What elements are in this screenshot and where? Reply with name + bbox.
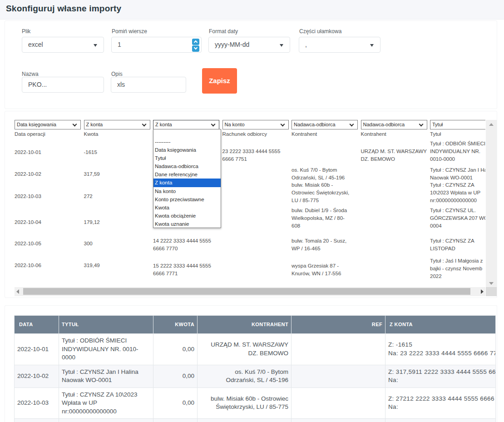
results-cell-ref xyxy=(292,419,385,422)
mapping-panel: Data księgowaniaZ kontaZ kontaNa kontoNa… xyxy=(5,111,497,298)
chevron-down-icon xyxy=(350,122,354,127)
mapping-cell-line: 10\2023 Wpłata w UP xyxy=(430,189,480,196)
results-header-data: DATA xyxy=(15,316,59,334)
dropdown-option[interactable]: Nadawca-odbiorca xyxy=(153,162,221,170)
mapping-cell-line: 0010-0000 xyxy=(430,156,455,162)
plik-select[interactable]: excel xyxy=(22,37,104,53)
mapping-cell-line: Tytuł : ODBIÓR ŚMIECI xyxy=(430,140,485,147)
mapping-cell-line: Wielkopolska, MZ / 80- xyxy=(292,215,345,221)
mapping-cell-line: 14 2222 3333 4444 5555 xyxy=(153,238,211,244)
column-mapping-select-2[interactable]: Z konta xyxy=(84,120,150,129)
column-mapping-select-7[interactable]: Tytuł xyxy=(430,120,485,129)
column-mapping-select-5[interactable]: Nadawca-odbiorca xyxy=(292,120,358,129)
scroll-down-arrow-icon[interactable] xyxy=(489,282,494,285)
results-row: 2022-10-01Tytuł : ODBIÓR ŚMIECI INDYWIDU… xyxy=(15,334,496,365)
mapping-cell-line: Knurów, WN / 17-556 xyxy=(292,270,341,277)
opis-input[interactable]: xls xyxy=(111,77,186,93)
mapping-subheader: Kontrahent xyxy=(361,131,386,137)
mapping-cell-line: 6666 7751 xyxy=(222,156,247,162)
column-mapping-select-1[interactable]: Data księgowania xyxy=(15,120,81,129)
mapping-cell-line: LU / 85-775 xyxy=(292,197,319,204)
pomin-wiersze-input[interactable]: 1 xyxy=(111,37,202,53)
mapping-cell-line: WP / 16-465 xyxy=(292,245,321,252)
mapping-cell-date: 2022-10-03 xyxy=(15,193,41,199)
mapping-cell-line: 15 2222 3333 4444 5555 xyxy=(153,263,211,269)
results-table: DATATYTUŁKWOTAKONTRAHENTREFZ KONTA 2022-… xyxy=(14,315,496,422)
results-cell-z_konta: Z: 317,5911 2222 3333 4444 5555 66Na: xyxy=(385,365,496,387)
dropdown-option[interactable]: Kwota uznanie xyxy=(153,220,221,228)
dropdown-option[interactable]: Z konta xyxy=(153,179,221,187)
results-header-tytul: TYTUŁ xyxy=(59,316,153,334)
column-mapping-select-value: Data księgowania xyxy=(17,122,56,127)
mapping-subheader: Tytuł xyxy=(430,131,441,137)
column-mapping-select-value: Z konta xyxy=(155,122,172,127)
nazwa-input[interactable]: PKO... xyxy=(22,77,104,93)
results-cell-tytul: Tytuł : CZYNSZ ZA 10\2023 Wpłata w UP nr… xyxy=(59,387,153,419)
stepper-up-button[interactable] xyxy=(192,39,199,45)
mapping-cell-line: 608 xyxy=(292,223,300,229)
mapping-subheader: Data operacji xyxy=(15,131,45,137)
horizontal-scrollbar[interactable] xyxy=(15,287,485,296)
mapping-cell-line: LISTOPAD xyxy=(430,245,455,252)
stepper-down-button[interactable] xyxy=(192,45,199,52)
chevron-down-icon xyxy=(193,46,197,50)
nazwa-label: Nazwa xyxy=(22,71,39,77)
results-cell-z_konta xyxy=(385,419,496,422)
column-mapping-select-3[interactable]: Z konta xyxy=(153,120,219,129)
mapping-cell-kwota: 272 xyxy=(84,193,93,199)
scroll-up-arrow-icon[interactable] xyxy=(489,123,494,126)
mapping-cell-kwota: 319,49 xyxy=(84,262,100,268)
format-daty-select[interactable]: yyyy-MM-dd xyxy=(208,37,290,53)
results-cell-kwota xyxy=(153,419,198,422)
dropdown-option[interactable]: Konto przeciwstawne xyxy=(153,195,221,204)
dropdown-option[interactable] xyxy=(153,129,221,138)
mapping-cell-kwota: 317,59 xyxy=(84,171,100,177)
column-mapping-select-6[interactable]: Nadawca-odbiorca xyxy=(361,120,427,129)
scroll-left-arrow-icon[interactable] xyxy=(16,289,19,294)
results-cell-kontrahent xyxy=(198,419,292,422)
format-daty-label: Format daty xyxy=(209,28,238,35)
results-cell-kontrahent: os. Kuś 7/0 - BytomOdrzański, SL / 45-19… xyxy=(198,365,292,387)
dropdown-option[interactable]: --------- xyxy=(153,138,221,146)
mapping-cell-line: 6666 7771 xyxy=(153,270,178,277)
column-mapping-dropdown: ---------Data księgowaniaTytułNadawca-od… xyxy=(153,129,221,228)
mapping-cell-line: bulw. Dubiel 1/9 - Środa xyxy=(292,207,347,213)
scrollbar-corner xyxy=(486,287,497,296)
mapping-cell-line: Tytuł : Jaś I Małgosia z xyxy=(430,258,483,264)
dropdown-option[interactable]: Kwota obciążenie xyxy=(153,212,221,220)
results-row: 2022-10-02Tytuł : CZYNSZ Jan I Halina Na… xyxy=(15,365,496,387)
dropdown-option[interactable]: Na konto xyxy=(153,187,221,195)
column-mapping-select-value: Nadawca-odbiorca xyxy=(294,122,336,127)
chevron-up-icon xyxy=(193,40,197,44)
opis-label: Opis xyxy=(111,71,123,77)
czesci-ulamkowa-select-value: , xyxy=(305,41,307,48)
mapping-cell-date: 2022-10-02 xyxy=(15,171,41,177)
mapping-cell-line: nr:00000000000000 xyxy=(430,197,477,204)
column-mapping-select-value: Tytuł xyxy=(432,122,443,127)
mapping-cell-line: Tytuł : CZYNSZ ZA xyxy=(430,238,474,244)
chevron-down-icon xyxy=(142,122,146,127)
vertical-scrollbar[interactable] xyxy=(486,120,497,288)
results-row xyxy=(15,419,496,422)
results-cell-data: 2022-10-03 xyxy=(15,387,59,419)
results-cell-kontrahent: bulw. Misiak 60b - Ostrowiec Świętokrzys… xyxy=(198,387,292,419)
dropdown-option[interactable]: Data księgowania xyxy=(153,146,221,154)
number-stepper xyxy=(192,39,199,52)
mapping-cell-line: Ostrowiec Świętokrzyski, xyxy=(292,189,349,196)
dropdown-option[interactable]: Kwota xyxy=(153,204,221,212)
save-button[interactable]: Zapisz xyxy=(202,68,237,94)
horizontal-scrollbar-thumb[interactable] xyxy=(23,288,470,295)
dropdown-option[interactable]: Dane referencyjne xyxy=(153,170,221,179)
page-title: Skonfiguruj własne importy xyxy=(6,4,121,14)
mapping-cell-line: wyspa Grzesiak 87 - xyxy=(292,263,339,269)
scroll-right-arrow-icon[interactable] xyxy=(481,289,484,294)
chevron-down-icon xyxy=(280,44,283,47)
results-cell-kwota: 0,00 xyxy=(153,365,198,387)
czesci-ulamkowa-select[interactable]: , xyxy=(299,37,380,53)
dropdown-option[interactable]: Tytuł xyxy=(153,154,221,162)
results-cell-ref xyxy=(292,387,385,419)
mapping-subheader: Kwota xyxy=(84,131,99,137)
column-mapping-select-4[interactable]: Na konto xyxy=(222,120,289,129)
mapping-cell-kwota: -1615 xyxy=(84,149,97,155)
mapping-subheader: Kontrahent xyxy=(292,131,317,137)
